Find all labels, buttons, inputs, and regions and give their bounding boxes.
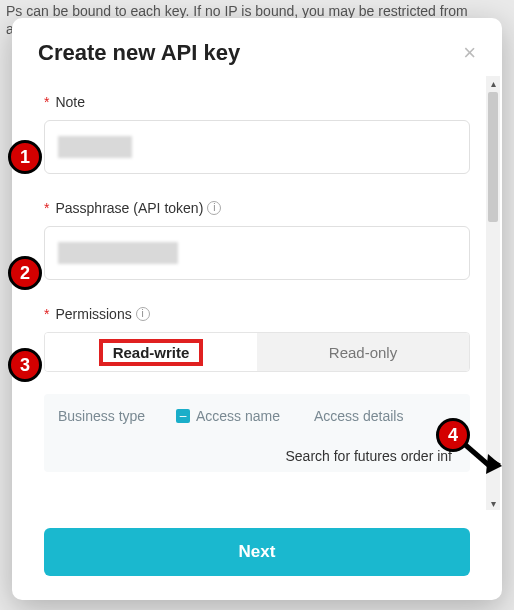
- col-access-details: Access details: [314, 408, 456, 424]
- modal-footer: Next: [12, 510, 502, 600]
- modal-body-wrapper: * Note * Passphrase (API token) i: [12, 76, 502, 510]
- access-row-detail: Search for futures order inf: [58, 448, 456, 464]
- modal-body: * Note * Passphrase (API token) i: [12, 76, 502, 510]
- scroll-up-icon[interactable]: ▴: [486, 76, 500, 90]
- required-asterisk: *: [44, 306, 49, 322]
- info-icon[interactable]: i: [207, 201, 221, 215]
- callout-2: 2: [8, 256, 42, 290]
- modal-title: Create new API key: [38, 40, 240, 66]
- access-table: Business type – Access name Access detai…: [44, 394, 470, 472]
- permissions-label-row: * Permissions i: [44, 306, 470, 322]
- info-icon[interactable]: i: [136, 307, 150, 321]
- svg-marker-2: [486, 454, 502, 474]
- callout-3: 3: [8, 348, 42, 382]
- permissions-group: * Permissions i Read-write Read-only: [44, 306, 470, 372]
- permissions-toggle: Read-write Read-only: [44, 332, 470, 372]
- scrollbar-thumb[interactable]: [488, 92, 498, 222]
- permissions-label: Permissions: [55, 306, 131, 322]
- callout-1: 1: [8, 140, 42, 174]
- passphrase-input[interactable]: [44, 226, 470, 280]
- passphrase-label-row: * Passphrase (API token) i: [44, 200, 470, 216]
- required-asterisk: *: [44, 94, 49, 110]
- col-access-name-label: Access name: [196, 408, 280, 424]
- close-icon[interactable]: ×: [463, 42, 476, 64]
- callout-4: 4: [436, 418, 470, 452]
- note-label: Note: [55, 94, 85, 110]
- required-asterisk: *: [44, 200, 49, 216]
- passphrase-label: Passphrase (API token): [55, 200, 203, 216]
- create-api-key-modal: Create new API key × * Note *: [12, 18, 502, 600]
- col-business-type: Business type: [58, 408, 158, 424]
- modal-header: Create new API key ×: [12, 18, 502, 76]
- note-label-row: * Note: [44, 94, 470, 110]
- read-write-highlight: Read-write: [99, 339, 204, 366]
- permission-read-write[interactable]: Read-write: [45, 333, 257, 371]
- next-button[interactable]: Next: [44, 528, 470, 576]
- passphrase-group: * Passphrase (API token) i: [44, 200, 470, 280]
- modal-overlay: Create new API key × * Note *: [0, 0, 514, 610]
- note-input[interactable]: [44, 120, 470, 174]
- scroll-down-icon[interactable]: ▾: [486, 496, 500, 510]
- note-group: * Note: [44, 94, 470, 174]
- permission-read-only[interactable]: Read-only: [257, 333, 469, 371]
- checkbox-indeterminate-icon[interactable]: –: [176, 409, 190, 423]
- col-access-name: – Access name: [176, 408, 296, 424]
- access-table-header: Business type – Access name Access detai…: [58, 408, 456, 424]
